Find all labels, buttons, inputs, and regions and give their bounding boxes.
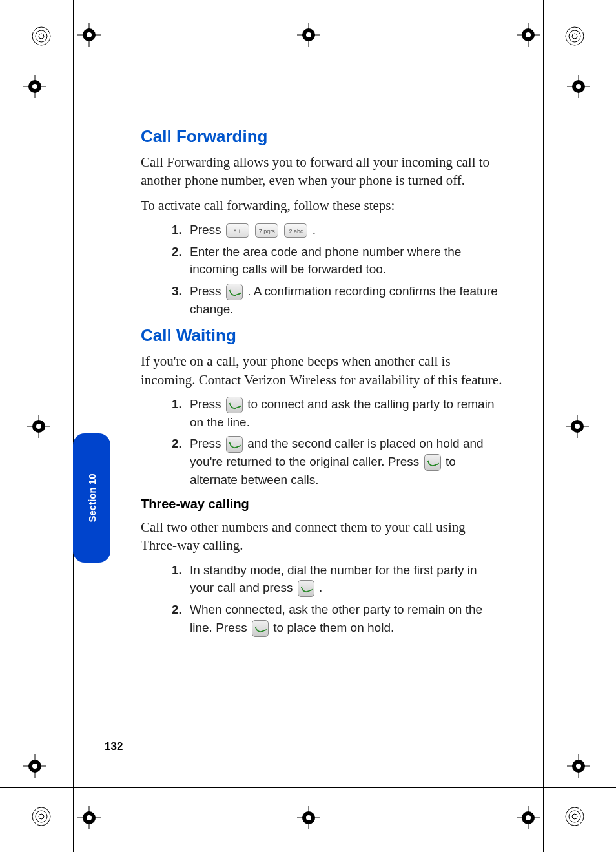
step-text: Press * + 7 pqrs 2 abc . — [190, 221, 502, 239]
crop-line-left — [73, 0, 74, 852]
svg-point-36 — [569, 30, 580, 42]
svg-point-19 — [575, 424, 580, 429]
svg-point-27 — [306, 815, 311, 820]
registration-mark-icon — [517, 23, 540, 47]
svg-point-43 — [572, 814, 577, 819]
step-text: When connected, ask the other party to r… — [190, 601, 502, 637]
svg-point-47 — [32, 84, 37, 89]
section-tab-label: Section 10 — [87, 473, 98, 522]
svg-point-41 — [566, 807, 584, 826]
key-7-icon: 7 pqrs — [255, 223, 278, 238]
key-star-icon: * + — [226, 223, 249, 238]
registration-mark-icon — [567, 754, 590, 778]
step-number: 1. — [172, 395, 190, 431]
svg-point-3 — [87, 32, 92, 37]
corner-mark-icon — [564, 26, 585, 47]
key-send-icon — [424, 454, 441, 471]
key-send-icon — [252, 620, 269, 637]
crop-line-bottom — [0, 787, 616, 788]
key-send-icon — [226, 284, 243, 300]
paragraph: If you're on a call, your phone beeps wh… — [141, 352, 502, 389]
paragraph: Call two other numbers and connect them … — [141, 518, 502, 555]
svg-point-39 — [36, 811, 47, 822]
svg-point-55 — [32, 764, 37, 769]
registration-mark-icon — [297, 806, 320, 829]
step-text: Press . A confirmation recording confirm… — [190, 282, 502, 318]
svg-point-11 — [526, 32, 531, 37]
step-item: 1. Press * + 7 pqrs 2 abc . — [172, 221, 502, 239]
key-2-icon: 2 abc — [284, 223, 307, 238]
svg-point-59 — [576, 764, 581, 769]
svg-point-38 — [32, 807, 50, 826]
step-item: 2. Press and the second caller is placed… — [172, 435, 502, 489]
step-list: 1. Press * + 7 pqrs 2 abc . 2. Enter the… — [172, 221, 502, 318]
step-number: 2. — [172, 435, 190, 489]
registration-mark-icon — [567, 75, 590, 98]
svg-point-7 — [306, 32, 311, 37]
key-send-icon — [298, 580, 314, 597]
step-text: Press and the second caller is placed on… — [190, 435, 502, 489]
svg-point-15 — [36, 424, 41, 429]
step-number: 2. — [172, 243, 190, 278]
svg-point-34 — [39, 34, 44, 39]
step-list: 1. Press to connect and ask the calling … — [172, 395, 502, 489]
svg-point-42 — [569, 811, 580, 822]
key-send-icon — [226, 436, 243, 453]
registration-mark-icon — [23, 75, 46, 98]
step-item: 1. Press to connect and ask the calling … — [172, 395, 502, 431]
step-item: 3. Press . A confirmation recording conf… — [172, 282, 502, 318]
svg-point-40 — [39, 814, 44, 819]
step-number: 1. — [172, 221, 190, 239]
svg-point-23 — [87, 815, 92, 820]
crop-line-top — [0, 65, 616, 65]
svg-point-33 — [36, 30, 47, 42]
svg-point-35 — [566, 27, 584, 45]
svg-point-51 — [576, 84, 581, 89]
svg-point-31 — [526, 815, 531, 820]
heading-call-forwarding: Call Forwarding — [141, 127, 502, 147]
section-tab: Section 10 — [73, 433, 110, 563]
paragraph: Call Forwarding allows you to forward al… — [141, 153, 502, 190]
step-text: Press to connect and ask the calling par… — [190, 395, 502, 431]
svg-point-37 — [572, 34, 577, 39]
registration-mark-icon — [297, 23, 320, 47]
svg-point-32 — [32, 27, 50, 45]
page-content: Call Forwarding Call Forwarding allows y… — [141, 127, 502, 645]
key-send-icon — [226, 397, 243, 413]
corner-mark-icon — [31, 26, 52, 47]
step-number: 3. — [172, 282, 190, 318]
registration-mark-icon — [77, 23, 101, 47]
registration-mark-icon — [23, 754, 46, 778]
step-item: 2. Enter the area code and phone number … — [172, 243, 502, 278]
step-text: In standby mode, dial the number for the… — [190, 561, 502, 597]
corner-mark-icon — [31, 806, 52, 827]
corner-mark-icon — [564, 806, 585, 827]
paragraph: To activate call forwarding, follow thes… — [141, 196, 502, 214]
step-list: 1. In standby mode, dial the number for … — [172, 561, 502, 637]
step-item: 2. When connected, ask the other party t… — [172, 601, 502, 637]
step-number: 2. — [172, 601, 190, 637]
page-number: 132 — [105, 740, 123, 753]
heading-call-waiting: Call Waiting — [141, 326, 502, 346]
registration-mark-icon — [566, 415, 589, 438]
step-item: 1. In standby mode, dial the number for … — [172, 561, 502, 597]
registration-mark-icon — [27, 415, 50, 438]
crop-line-right — [543, 0, 544, 852]
registration-mark-icon — [517, 806, 540, 829]
step-text: Enter the area code and phone number whe… — [190, 243, 502, 278]
step-number: 1. — [172, 561, 190, 597]
registration-mark-icon — [77, 806, 101, 829]
heading-three-way: Three-way calling — [141, 497, 502, 512]
